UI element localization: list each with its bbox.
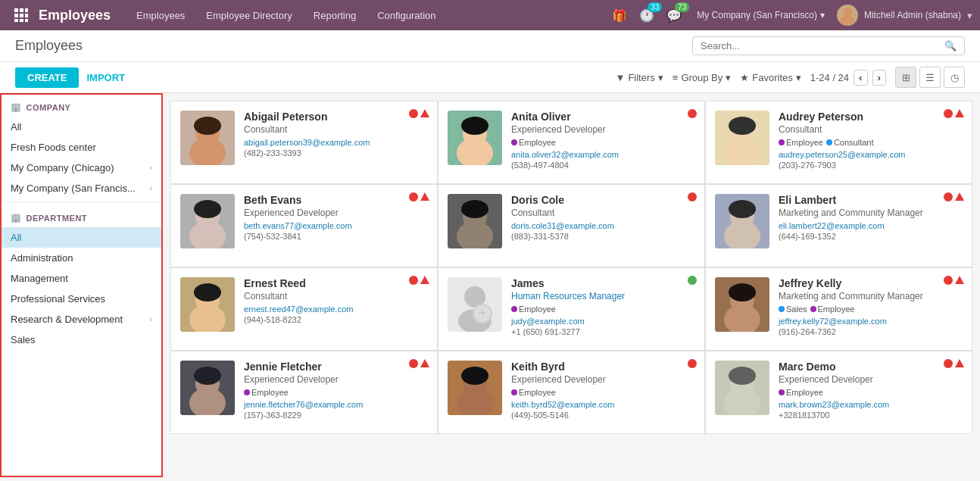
employee-role: Consultant — [244, 124, 428, 135]
nav-employees[interactable]: Employees — [126, 0, 195, 30]
employee-phone: (157)-363-8229 — [244, 411, 428, 420]
employee-card[interactable]: Ernest Reed Consultant ernest.reed47@exa… — [170, 267, 438, 351]
employee-phone: (538)-497-4804 — [511, 161, 695, 170]
filters-button[interactable]: ▼ Filters ▾ — [616, 72, 663, 83]
chevron-icon: ‹ — [150, 315, 152, 323]
favorites-label: Favorites — [752, 72, 792, 83]
employee-card[interactable]: Jennie Fletcher Experienced Developer Em… — [170, 351, 438, 434]
employee-email: doris.cole31@example.com — [511, 221, 695, 230]
employee-card[interactable]: Audrey Peterson Consultant Employee Cons… — [705, 101, 972, 184]
employee-email: keith.byrd52@example.com — [511, 400, 695, 409]
nav-reporting[interactable]: Reporting — [303, 0, 367, 30]
next-page-button[interactable]: › — [872, 70, 886, 86]
prev-page-button[interactable]: ‹ — [854, 70, 867, 86]
groupby-button[interactable]: ≡ Group By ▾ — [673, 72, 732, 83]
employee-card[interactable]: Keith Byrd Experienced Developer Employe… — [438, 351, 705, 434]
status-offline-dot — [944, 359, 953, 368]
employee-photo — [715, 277, 769, 332]
chat-icon[interactable]: 💬 73 — [663, 5, 685, 26]
clock-icon[interactable]: 🕐 33 — [636, 5, 657, 26]
status-offline-dot — [409, 359, 418, 368]
employee-photo — [448, 111, 502, 165]
employee-role: Consultant — [244, 291, 428, 301]
employee-role: Experienced Developer — [779, 374, 963, 385]
groupby-label: Group By — [681, 72, 723, 83]
employee-card[interactable]: Abigail Peterson Consultant abigail.pete… — [170, 101, 438, 184]
svg-point-17 — [461, 117, 488, 135]
nav-configuration[interactable]: Configuration — [367, 0, 446, 30]
sidebar-company-sf[interactable]: My Company (San Francis... ‹ — [2, 178, 161, 198]
sidebar-dept-management[interactable]: Management — [2, 268, 161, 289]
sidebar-company-all[interactable]: All — [2, 117, 161, 137]
sidebar-dept-all[interactable]: All — [2, 227, 161, 248]
svg-rect-5 — [25, 14, 28, 17]
nav-directory[interactable]: Employee Directory — [195, 0, 302, 30]
gift-icon[interactable]: 🎁 — [609, 5, 630, 26]
toolbar-right: ▼ Filters ▾ ≡ Group By ▾ ★ Favorites ▾ 1… — [616, 67, 965, 88]
employee-phone: +1 (650) 691-3277 — [511, 327, 695, 336]
company-selector[interactable]: My Company (San Francisco) ▾ — [691, 7, 831, 23]
employee-tag: Sales — [779, 305, 807, 314]
employee-tag: Employee — [810, 305, 855, 314]
company-name: My Company (San Francisco) — [697, 10, 817, 20]
sidebar-dept-sales[interactable]: Sales — [2, 330, 161, 350]
sidebar-company-chicago[interactable]: My Company (Chicago) ‹ — [2, 158, 161, 178]
employee-photo — [180, 277, 235, 332]
card-status-icons — [688, 109, 697, 118]
employee-info: Marc Demo Experienced Developer Employee… — [779, 361, 963, 424]
sidebar-dept-research[interactable]: Research & Development ‹ — [2, 309, 161, 330]
card-status-icons — [944, 359, 964, 368]
employee-phone: (883)-331-5378 — [511, 232, 695, 241]
employee-card[interactable]: Jeffrey Kelly Marketing and Community Ma… — [705, 267, 972, 351]
employee-role: Experienced Developer — [244, 208, 428, 218]
activity-view-button[interactable]: ◷ — [944, 67, 965, 88]
nav-links: Employees Employee Directory Reporting C… — [126, 0, 609, 30]
employee-card[interactable]: + James Human Resources Manager Employee… — [438, 267, 705, 351]
sidebar-dept-administration[interactable]: Administration — [2, 248, 161, 268]
sidebar: 🏢 COMPANY All Fresh Foods center My Comp… — [0, 93, 163, 477]
employee-role: Experienced Developer — [511, 124, 695, 135]
svg-point-13 — [194, 117, 221, 135]
grid-view-button[interactable]: ⊞ — [895, 67, 916, 88]
create-button[interactable]: CREATE — [15, 67, 79, 88]
svg-point-21 — [729, 117, 756, 135]
svg-point-29 — [461, 200, 488, 218]
employee-photo — [180, 194, 235, 248]
employee-info: James Human Resources Manager Employee j… — [511, 277, 695, 341]
grid-menu-icon[interactable] — [8, 0, 35, 30]
employee-card[interactable]: Beth Evans Experienced Developer beth.ev… — [170, 184, 438, 267]
favorites-button[interactable]: ★ Favorites ▾ — [740, 72, 801, 83]
employee-tag: Employee — [244, 388, 289, 397]
employee-card[interactable]: Eli Lambert Marketing and Community Mana… — [705, 184, 972, 267]
chevron-icon: ‹ — [150, 164, 152, 172]
employee-tag: Employee — [511, 305, 556, 314]
svg-point-45 — [729, 283, 756, 301]
user-avatar[interactable] — [837, 5, 858, 26]
sidebar-dept-professional-services[interactable]: Professional Services — [2, 289, 161, 309]
employee-name: Abigail Peterson — [244, 111, 428, 123]
department-section-title: 🏢 DEPARTMENT — [2, 205, 161, 227]
employee-email: mark.brown23@example.com — [779, 400, 963, 409]
chevron-icon: ‹ — [150, 184, 152, 192]
employee-phone: (944)-518-8232 — [244, 315, 428, 324]
search-input[interactable] — [701, 40, 944, 52]
status-offline-dot — [688, 109, 697, 118]
svg-text:+: + — [479, 306, 485, 319]
status-warning-icon — [420, 109, 429, 117]
svg-rect-8 — [25, 19, 28, 22]
employee-card[interactable]: Anita Oliver Experienced Developer Emplo… — [438, 101, 705, 184]
pagination-info: 1-24 / 24 ‹ › — [810, 70, 886, 86]
employee-photo — [715, 194, 769, 248]
company-section-title: 🏢 COMPANY — [2, 95, 161, 117]
list-view-button[interactable]: ☰ — [919, 67, 941, 88]
employee-info: Doris Cole Consultant doris.cole31@examp… — [511, 194, 695, 258]
employee-card[interactable]: Doris Cole Consultant doris.cole31@examp… — [438, 184, 705, 267]
user-name[interactable]: Mitchell Admin (shabna) — [864, 10, 961, 20]
employee-card[interactable]: Marc Demo Experienced Developer Employee… — [705, 351, 972, 434]
employee-email: jeffrey.kelly72@example.com — [779, 317, 963, 326]
sidebar-company-fresh-foods[interactable]: Fresh Foods center — [2, 137, 161, 158]
employee-phone: (644)-169-1352 — [779, 232, 963, 241]
card-status-icons — [409, 359, 429, 368]
action-bar: CREATE IMPORT ▼ Filters ▾ ≡ Group By ▾ ★… — [0, 62, 980, 93]
import-button[interactable]: IMPORT — [86, 72, 125, 83]
